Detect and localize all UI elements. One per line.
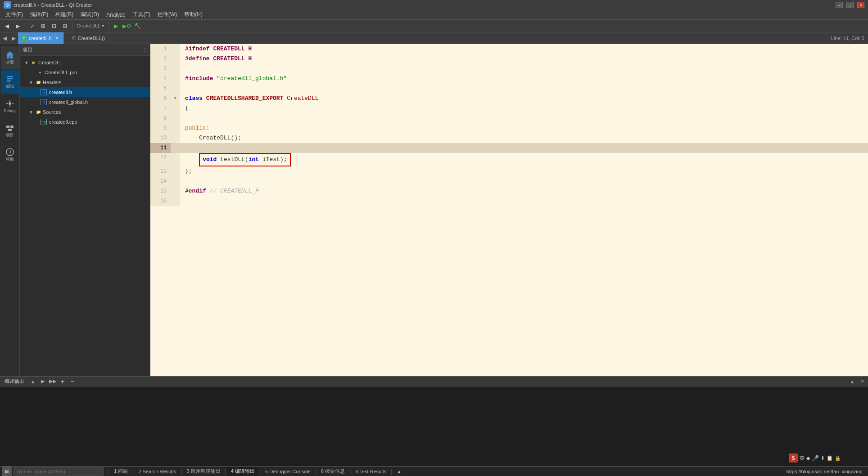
bottom-toolbar-btn2[interactable]: ▶: [39, 377, 47, 386]
code-line-6: class CREATEDLLSHARED_EXPORT CreateDLL: [180, 94, 868, 103]
code-line-15: #endif // CREATEDLL_H: [180, 186, 868, 196]
tab-nav-right[interactable]: ▶: [9, 32, 18, 44]
bst-app-output[interactable]: 3 应用程序输出: [183, 467, 224, 476]
menu-build[interactable]: 构建(B): [52, 10, 77, 19]
svg-rect-1: [7, 78, 13, 79]
toolbar-btn4[interactable]: ⊟: [60, 21, 70, 31]
search-input[interactable]: [14, 467, 104, 476]
bst-summary[interactable]: 6 概要信息: [317, 467, 348, 476]
bst-test-results[interactable]: 8 Test Results: [352, 467, 390, 476]
svg-rect-6: [10, 126, 14, 128]
tree-item-createdll-root[interactable]: ▼ ▶ CreateDLL: [20, 58, 150, 67]
active-tab[interactable]: h createdll.h ✕: [18, 32, 64, 44]
debug-run-btn[interactable]: ▶⚙: [122, 21, 132, 31]
table-row: 14: [150, 176, 868, 186]
sidebar-item-debug[interactable]: Debug: [1, 94, 19, 118]
code-line-16: [180, 196, 868, 206]
code-line-10: CreateDLL();: [180, 133, 868, 143]
watermark: S 英 ◆ 🎤 ⬇ 📋 🔒: [789, 454, 841, 463]
code-line-12: void testDLL(int iTest);: [180, 153, 868, 166]
code-line-7: {: [180, 103, 868, 113]
sidebar-label-edit: 编辑: [6, 85, 14, 89]
menu-help[interactable]: 帮助(H): [181, 10, 206, 19]
bottom-toolbar-btn5[interactable]: −: [68, 377, 77, 386]
table-row: 5: [150, 84, 868, 94]
bst-compile-output[interactable]: 4 编译输出: [227, 467, 258, 476]
tree-item-createdll-cpp[interactable]: cpp createdll.cpp: [20, 117, 150, 127]
tree-arrow-headers[interactable]: ▼: [28, 79, 34, 85]
tab-label: createdll.h: [29, 36, 52, 41]
file-tree-title: 项目: [23, 46, 32, 53]
cursor-position: Line: 11, Col: 5: [831, 36, 868, 41]
search-box-container: [14, 467, 104, 476]
tree-item-createdll-pro[interactable]: ● CreateDLL.pro: [20, 67, 150, 77]
tree-label-createdll: CreateDLL: [38, 60, 62, 65]
menu-controls[interactable]: 控件(W): [154, 10, 181, 19]
table-row: 10 CreateDLL();: [150, 133, 868, 143]
toolbar-btn1[interactable]: ⤢: [27, 21, 37, 31]
code-line-9: public:: [180, 123, 868, 133]
menu-tools[interactable]: 工具(T): [129, 10, 154, 19]
sidebar-item-projects[interactable]: 项目: [1, 119, 19, 142]
bottom-toolbar-btn4[interactable]: +: [59, 377, 67, 386]
menu-analyze[interactable]: Analyze: [103, 11, 129, 19]
code-content[interactable]: 1 #ifndef CREATEDLL_H 2 #define CREATEDL…: [150, 44, 868, 376]
debug-icon: [5, 99, 14, 108]
sidebar-item-edit[interactable]: 编辑: [1, 70, 19, 94]
toolbar-btn3[interactable]: ⊡: [49, 21, 59, 31]
code-line-4: #include "createdll_global.h": [180, 74, 868, 84]
edit-icon: [5, 75, 14, 84]
maximize-button[interactable]: □: [846, 2, 854, 8]
project-selector[interactable]: CreateDLL ▾: [75, 23, 106, 29]
tree-item-headers-folder[interactable]: ▼ 📁 Headers: [20, 77, 150, 87]
bottom-content: [0, 386, 868, 466]
bst-debugger-console[interactable]: 5 Debugger Console: [262, 467, 314, 476]
code-line-11: [180, 143, 868, 153]
build-btn[interactable]: 🔨: [133, 21, 143, 31]
bst-search-results[interactable]: 2 Search Results: [135, 467, 180, 476]
file-tree-options[interactable]: ⋮: [143, 47, 147, 52]
toolbar-back-btn[interactable]: ◀: [2, 21, 12, 31]
tree-arrow-global-h: [34, 99, 41, 105]
projects-icon: [5, 123, 14, 132]
breadcrumb-icon: ⚙: [72, 35, 76, 41]
tab-nav-left[interactable]: ◀: [0, 32, 9, 44]
sidebar-item-welcome[interactable]: 欢迎: [1, 46, 19, 69]
tree-arrow-sources[interactable]: ▼: [28, 109, 34, 115]
tab-separator: [66, 34, 66, 42]
sidebar-item-help[interactable]: 帮助: [1, 143, 19, 166]
tab-close-btn[interactable]: ✕: [54, 35, 60, 41]
main-area: 欢迎 编辑 Debug 项目 帮助: [0, 44, 868, 376]
menu-debug[interactable]: 调试(D): [77, 10, 103, 19]
toolbar-sep2: [72, 22, 72, 30]
menu-bar: 文件(F) 编辑(E) 构建(B) 调试(D) Analyze 工具(T) 控件…: [0, 10, 868, 20]
toolbar-btn2[interactable]: ⊞: [38, 21, 48, 31]
close-button[interactable]: ✕: [857, 2, 864, 8]
code-line-2: #define CREATEDLL_H: [180, 54, 868, 64]
bottom-collapse-btn[interactable]: ▲: [848, 377, 856, 386]
tree-arrow-createdll[interactable]: ▼: [23, 59, 30, 66]
toolbar-forward-btn[interactable]: ▶: [13, 21, 23, 31]
table-row: 12 void testDLL(int iTest);: [150, 153, 868, 166]
run-btn[interactable]: ▶: [111, 21, 121, 31]
menu-edit[interactable]: 编辑(E): [27, 10, 52, 19]
editor-area: 1 #ifndef CREATEDLL_H 2 #define CREATEDL…: [150, 44, 868, 376]
svg-point-4: [9, 102, 11, 105]
cpp-file-icon: cpp: [41, 119, 47, 125]
bst-problems[interactable]: 1 问题: [110, 467, 131, 476]
tree-item-sources-folder[interactable]: ▼ 📁 Sources: [20, 107, 150, 117]
file-tree-content[interactable]: ▼ ▶ CreateDLL ● CreateDLL.pro ▼ 📁 Header…: [20, 56, 150, 376]
minimize-button[interactable]: –: [836, 2, 843, 8]
table-row: 13 };: [150, 166, 868, 176]
bottom-toolbar-btn3[interactable]: ▶▶: [49, 377, 57, 386]
table-row: 15 #endif // CREATEDLL_H: [150, 186, 868, 196]
bottom-toolbar-btn1[interactable]: ▲: [29, 377, 37, 386]
status-icon-btn[interactable]: ⊞: [2, 467, 12, 476]
tree-item-createdll-global-h[interactable]: h createdll_global.h: [20, 97, 150, 107]
tree-item-createdll-h[interactable]: h createdll.h: [20, 87, 150, 97]
menu-file[interactable]: 文件(F): [2, 10, 27, 19]
bottom-close-btn[interactable]: ✕: [858, 377, 866, 386]
bst-expand-btn[interactable]: ▲: [393, 467, 405, 476]
bottom-status-tabs: ⊞ | 1 问题 | 2 Search Results | 3 应用程序输出 |…: [0, 466, 868, 476]
code-line-5: [180, 84, 868, 94]
